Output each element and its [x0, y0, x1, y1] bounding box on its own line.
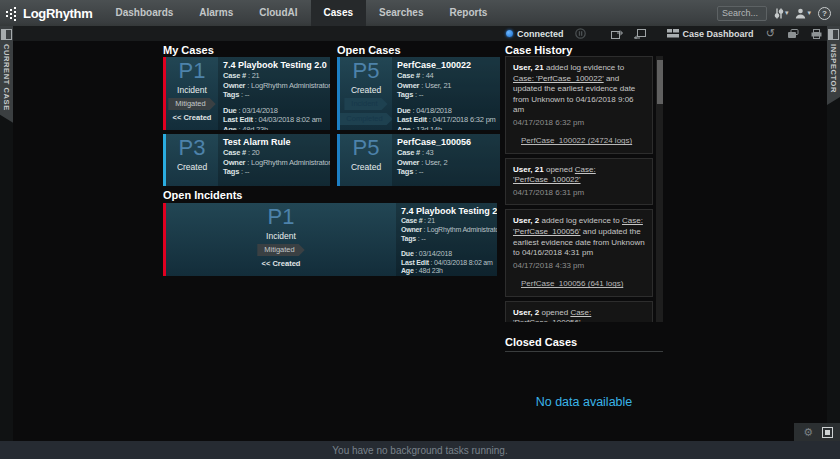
field-label: Owner	[401, 226, 422, 233]
field-value: : 43	[420, 148, 434, 157]
case-link[interactable]: Case: 'PerfCase_100022'	[513, 74, 604, 83]
top-navbar: LogRhythm DashboardsAlarmsCloudAICasesSe…	[0, 0, 840, 26]
field-label: Owner	[223, 81, 245, 90]
field-value: : User, 21	[419, 81, 451, 90]
tab-searches[interactable]: Searches	[366, 0, 436, 26]
stop-panel-icon[interactable]	[822, 427, 833, 438]
field-value: : 21	[246, 71, 260, 80]
priority-label: P1	[268, 206, 295, 228]
inspector-tab[interactable]: INSPECTOR	[827, 26, 840, 105]
search-input[interactable]	[717, 6, 767, 21]
closed-cases-header: Closed Cases	[505, 336, 663, 352]
logrhythm-logo: LogRhythm	[0, 0, 103, 26]
popout-window-button[interactable]	[611, 29, 623, 39]
status-bar: You have no background tasks running.	[0, 441, 840, 459]
case-field-owner: Owner : LogRhythm Administrator	[223, 158, 325, 168]
background-tasks-icon	[787, 29, 799, 39]
gear-icon[interactable]: ⚙	[803, 427, 813, 438]
case-card-details: Test Alarm RuleCase # : 20Owner : LogRhy…	[218, 134, 330, 186]
case-field-case_no: Case # : 20	[223, 148, 325, 158]
history-entry[interactable]: User, 21 added log evidence to Case: 'Pe…	[505, 56, 653, 154]
my-cases-list: P1IncidentMitigated<< Created7.4 Playboo…	[163, 57, 330, 186]
field-label: Last Edit	[223, 115, 253, 124]
case-card-summary: P5CreatedIncidentCompleted	[340, 57, 392, 130]
case-card[interactable]: P1IncidentMitigated<< Created7.4 Playboo…	[163, 57, 330, 130]
case-card[interactable]: P5CreatedPerfCase_100056Case # : 43Owner…	[337, 134, 500, 186]
current-case-tab[interactable]: CURRENT CASE	[0, 26, 13, 123]
case-field-owner: Owner : LogRhythm Administrator	[401, 226, 492, 235]
case-field-case_no: Case # : 43	[397, 148, 495, 158]
tab-cases[interactable]: Cases	[311, 0, 366, 26]
history-user: User, 21	[513, 165, 544, 174]
case-field-case_no: Case # : 21	[401, 217, 492, 226]
status-badge: Mitigated	[257, 244, 304, 256]
help-icon[interactable]: ?	[818, 7, 831, 20]
field-value: : User, 2	[419, 158, 447, 167]
case-field-due: Due : 04/18/2018	[397, 106, 495, 116]
field-label: Owner	[397, 81, 419, 90]
chevron-down-icon: ▾	[785, 9, 789, 17]
case-title: PerfCase_100022	[397, 60, 495, 70]
case-card[interactable]: P5CreatedIncidentCompletedPerfCase_10002…	[337, 57, 500, 130]
case-status: Incident	[266, 231, 296, 241]
history-entry[interactable]: User, 2 opened Case: 'PerfCase_100056'04…	[505, 301, 653, 322]
field-value: : --	[413, 167, 423, 176]
field-label: Tags	[223, 167, 239, 176]
tab-cloudai[interactable]: CloudAI	[246, 0, 310, 26]
pause-updates-button[interactable]	[575, 28, 586, 39]
field-value: : LogRhythm Administrator	[422, 226, 497, 233]
field-value: : 04/03/2018 8:02 am	[253, 115, 322, 124]
refresh-button[interactable]: ↺	[766, 28, 775, 39]
popout-window-icon	[611, 29, 623, 39]
field-label: Due	[401, 250, 414, 257]
field-label: Case #	[223, 148, 246, 157]
dashboard-grid-icon	[667, 29, 679, 38]
case-field-owner: Owner : User, 21	[397, 81, 495, 91]
history-action-text: opened	[539, 308, 570, 317]
case-card-details: 7.4 Playbook Testing 2.0Case # : 21Owner…	[396, 203, 497, 276]
connection-status: Connected	[506, 29, 564, 39]
log-link[interactable]: PerfCase_100056 (641 logs)	[521, 279, 623, 288]
field-label: Tags	[397, 167, 413, 176]
case-history-list: User, 21 added log evidence to Case: 'Pe…	[505, 56, 663, 322]
case-title: Test Alarm Rule	[223, 137, 325, 147]
case-status: Created	[177, 162, 207, 172]
history-user: User, 21	[513, 63, 544, 72]
left-sidebar: CURRENT CASE	[0, 26, 13, 441]
case-card[interactable]: P3CreatedTest Alarm RuleCase # : 20Owner…	[163, 134, 330, 186]
history-text: User, 2 opened Case: 'PerfCase_100056'	[513, 308, 645, 322]
log-link[interactable]: PerfCase_100022 (24724 logs)	[521, 136, 632, 145]
background-tasks-button[interactable]	[787, 29, 799, 39]
case-field-tags: Tags : --	[401, 235, 492, 244]
case-status: Incident	[177, 85, 207, 95]
case-field-owner: Owner : User, 2	[397, 158, 495, 168]
priority-label: P5	[353, 137, 380, 159]
field-label: Last Edit	[397, 115, 427, 124]
case-card-summary: P5Created	[340, 134, 392, 186]
case-field-age: Age : 48d 23h	[223, 125, 325, 130]
print-button[interactable]	[811, 29, 822, 39]
case-history-scrollbar[interactable]	[656, 56, 663, 322]
case-card-summary: P1IncidentMitigated<< Created	[166, 57, 218, 130]
history-action-text: opened	[544, 165, 575, 174]
case-card[interactable]: P1IncidentMitigated<< Created7.4 Playboo…	[163, 203, 497, 276]
sliders-icon	[774, 8, 784, 19]
tab-reports[interactable]: Reports	[437, 0, 501, 26]
tab-alarms[interactable]: Alarms	[186, 0, 246, 26]
closed-cases-empty-state: No data available	[505, 395, 663, 409]
field-label: Tags	[401, 235, 416, 242]
filter-settings-button[interactable]: ▾	[774, 8, 789, 19]
scrollbar-thumb[interactable]	[657, 60, 663, 104]
history-entry[interactable]: User, 2 added log evidence to Case: 'Per…	[505, 209, 653, 296]
dock-window-button[interactable]	[634, 29, 646, 39]
history-entry[interactable]: User, 21 opened Case: 'PerfCase_100022'0…	[505, 158, 653, 206]
tab-dashboards[interactable]: Dashboards	[103, 0, 187, 26]
user-icon	[795, 8, 806, 19]
field-value: : --	[416, 235, 426, 242]
user-menu-button[interactable]: ▾	[795, 8, 811, 19]
case-card-details: PerfCase_100056Case # : 43Owner : User, …	[392, 134, 500, 186]
logrhythm-logo-icon	[6, 6, 19, 21]
case-dashboard-button[interactable]: Case Dashboard	[667, 29, 754, 39]
status-message: You have no background tasks running.	[332, 445, 507, 456]
bottom-mini-toolbar: ⚙	[794, 423, 840, 441]
